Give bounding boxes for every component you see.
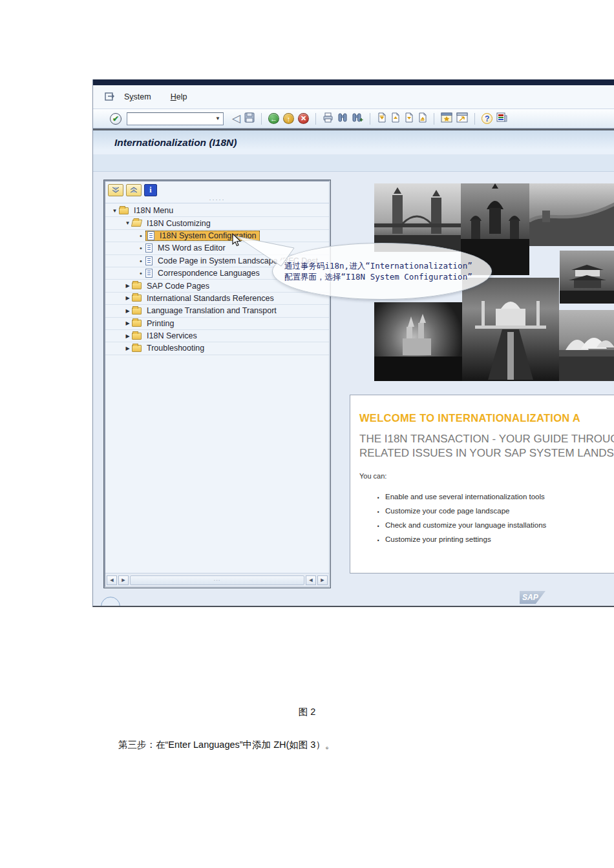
tree-item-label[interactable]: Troubleshooting: [145, 344, 206, 353]
tree-item-body[interactable]: I18N Services: [132, 331, 199, 340]
document-icon: [145, 256, 153, 265]
caret-collapsed-icon[interactable]: ▶: [123, 333, 132, 339]
tree-item[interactable]: ▶International Standards References: [105, 293, 329, 305]
neuschwanstein-castle-photo: [374, 302, 462, 381]
content-area: i ····· ▼I18N Menu▼I18N Customizing•I18N…: [93, 172, 614, 607]
tree-item-label[interactable]: I18N Customizing: [145, 219, 213, 228]
tree-item-label[interactable]: I18N Services: [145, 331, 199, 340]
tree-item-label[interactable]: SAP Code Pages: [145, 282, 211, 291]
tree-item-body[interactable]: SAP Code Pages: [132, 282, 211, 291]
customize-layout-icon[interactable]: [496, 112, 507, 125]
tree-item[interactable]: ▼I18N Customizing: [105, 217, 329, 229]
welcome-bullets: ▪Enable and use several internationaliza…: [359, 493, 614, 543]
page-down-icon[interactable]: [404, 112, 414, 125]
back-icon[interactable]: ←: [268, 113, 279, 124]
print-icon[interactable]: [323, 112, 333, 125]
save-icon[interactable]: [244, 112, 255, 125]
standard-toolbar: ✔ ▼ ◁ ← ↑ ✕: [93, 109, 614, 129]
welcome-panel: WELCOME TO INTERNATIONALIZATION A THE I1…: [350, 395, 614, 574]
caret-expanded-icon[interactable]: ▼: [111, 208, 119, 214]
dropdown-icon[interactable]: ▼: [213, 116, 223, 121]
tree-item-label[interactable]: Printing: [145, 319, 176, 328]
welcome-bullet-item: ▪Customize your printing settings: [359, 535, 614, 543]
taj-mahal-photo: [462, 278, 559, 381]
scroll-right-icon[interactable]: ►: [317, 575, 328, 585]
splitter-handle[interactable]: ·····: [105, 198, 329, 203]
tree-item[interactable]: ▼I18N Menu: [105, 205, 329, 217]
scroll-right-icon[interactable]: ►: [118, 575, 129, 585]
exit-icon[interactable]: ↑: [283, 113, 294, 124]
tree-item-body[interactable]: Language Translation and Transport: [132, 306, 279, 315]
document-icon: [147, 231, 154, 240]
tree-item[interactable]: ▶Printing: [105, 318, 329, 330]
tree-item-label[interactable]: I18N Menu: [132, 206, 175, 215]
application-toolbar: [93, 154, 614, 172]
welcome-intro: You can:: [359, 472, 614, 480]
figure-caption: 图 2: [0, 706, 614, 718]
menu-item-help[interactable]: Help: [171, 92, 187, 101]
tree-item-body[interactable]: Correspondence Languages: [145, 269, 262, 278]
menu-item-system[interactable]: System: [124, 92, 151, 101]
legend-info-button[interactable]: i: [144, 184, 157, 196]
create-shortcut-icon[interactable]: [456, 112, 468, 125]
welcome-bullet-text: Check and customize your language instal…: [385, 521, 546, 529]
find-icon[interactable]: [337, 112, 348, 125]
command-field[interactable]: ▼: [127, 112, 224, 125]
menu-exit-icon[interactable]: [105, 92, 115, 101]
caret-collapsed-icon[interactable]: ▶: [123, 308, 132, 314]
document-icon: [145, 243, 153, 253]
page-title: Internationalization (I18N): [114, 137, 237, 149]
welcome-bullet-item: ▪Enable and use several internationaliza…: [359, 493, 614, 501]
help-icon[interactable]: ?: [482, 113, 492, 124]
caret-collapsed-icon[interactable]: ▶: [123, 283, 132, 289]
caret-collapsed-icon[interactable]: ▶: [123, 295, 132, 301]
menu-bar: SystemHelp: [93, 85, 614, 109]
bullet-square-icon: ▪: [377, 495, 385, 501]
scrollbar-thumb[interactable]: ···: [130, 575, 304, 585]
great-wall-photo: [529, 183, 614, 246]
back-triangle-icon[interactable]: ◁: [232, 112, 240, 125]
bullet-square-icon: ▪: [377, 537, 385, 543]
tree-item-label[interactable]: Correspondence Languages: [156, 269, 262, 278]
tree-item-label[interactable]: MS Word as Editor: [156, 243, 228, 253]
tree-item[interactable]: ▶Language Translation and Transport: [105, 305, 329, 317]
tree-item-label[interactable]: International Standards References: [145, 294, 276, 303]
page-up-icon[interactable]: [390, 112, 400, 125]
welcome-subheading-line1: THE I18N TRANSACTION - YOUR GUIDE THROUG…: [359, 432, 614, 446]
step-paragraph: 第三步：在“Enter Languages”中添加 ZH(如图 3）。: [118, 739, 334, 751]
toolbar-separator: [474, 113, 475, 125]
tree-item-body[interactable]: I18N Menu: [119, 206, 175, 215]
tree-item-body[interactable]: I18N Customizing: [132, 219, 213, 228]
find-next-icon[interactable]: [352, 112, 363, 125]
folder-icon: [132, 282, 142, 289]
kinkakuji-temple-photo: [560, 251, 614, 304]
tree-item-body[interactable]: International Standards References: [132, 294, 276, 303]
welcome-bullet-text: Customize your code page landscape: [385, 507, 509, 515]
welcome-subheading-line2: RELATED ISSUES IN YOUR SAP SYSTEM LANDSC…: [359, 446, 614, 460]
cancel-icon[interactable]: ✕: [298, 113, 309, 124]
caret-collapsed-icon[interactable]: ▶: [123, 320, 132, 326]
tree-item-body[interactable]: Troubleshooting: [132, 344, 206, 353]
caret-collapsed-icon[interactable]: ▶: [123, 346, 132, 351]
welcome-bullet-text: Customize your printing settings: [385, 535, 491, 543]
new-session-icon[interactable]: [441, 112, 452, 125]
tree-horizontal-scrollbar[interactable]: ◄ ► ··· ◄ ►: [105, 573, 329, 586]
last-page-icon[interactable]: [418, 112, 427, 125]
tree-item-body[interactable]: MS Word as Editor: [145, 243, 228, 253]
scroll-left-icon[interactable]: ◄: [107, 575, 117, 585]
tree-item-body[interactable]: Printing: [132, 319, 176, 328]
command-input[interactable]: [109, 114, 213, 124]
tree-item-label[interactable]: Language Translation and Transport: [145, 306, 279, 315]
caret-expanded-icon[interactable]: ▼: [123, 220, 132, 226]
mouse-cursor: [232, 233, 242, 247]
expand-all-button[interactable]: [108, 184, 123, 196]
toolbar-separator: [434, 113, 434, 125]
first-page-icon[interactable]: [377, 112, 386, 125]
collapse-all-button[interactable]: [126, 184, 142, 196]
tree-item[interactable]: ▶Troubleshooting: [105, 342, 329, 355]
bullet-square-icon: ▪: [377, 509, 385, 515]
scroll-left-icon[interactable]: ◄: [306, 575, 316, 585]
welcome-bullet-item: ▪Check and customize your language insta…: [359, 521, 614, 529]
tree-item[interactable]: ▶I18N Services: [105, 330, 329, 342]
folder-icon: [119, 207, 129, 214]
